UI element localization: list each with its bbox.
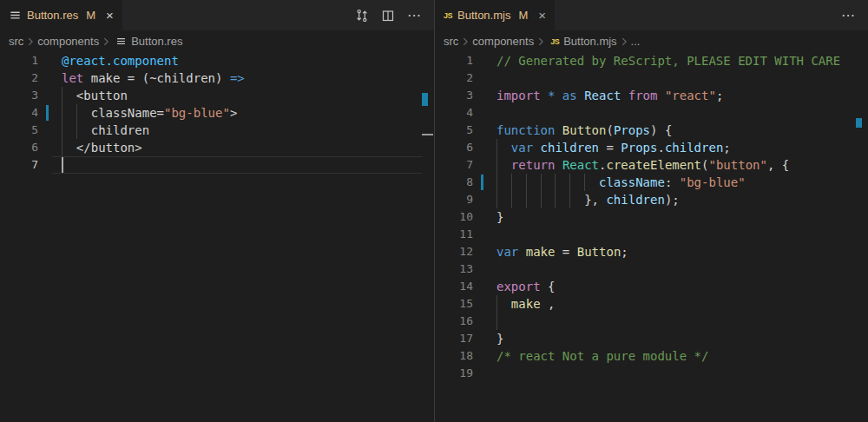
code-content[interactable] bbox=[496, 313, 868, 330]
editor-gutter[interactable]: 9 bbox=[435, 191, 496, 208]
code-content[interactable]: /* react Not a pure module */ bbox=[496, 347, 868, 365]
editor-gutter[interactable]: 10 bbox=[435, 208, 496, 226]
code-content[interactable]: } bbox=[496, 208, 868, 226]
line-number[interactable]: 2 bbox=[31, 69, 38, 87]
editor-gutter[interactable]: 11 bbox=[435, 226, 496, 243]
code-line[interactable]: 7 return React.createElement("button", { bbox=[435, 156, 868, 174]
editor-gutter[interactable]: 7 bbox=[0, 156, 62, 174]
line-number[interactable]: 7 bbox=[31, 156, 38, 174]
editor-gutter[interactable]: 19 bbox=[435, 365, 496, 382]
code-content[interactable] bbox=[62, 156, 434, 174]
editor-gutter[interactable]: 6 bbox=[0, 139, 62, 156]
code-line[interactable]: 8 className: "bg-blue" bbox=[435, 174, 868, 191]
code-line[interactable]: 2 bbox=[435, 69, 868, 87]
code-line[interactable]: 5 children bbox=[0, 122, 434, 139]
tab-button-res[interactable]: Button.res M × bbox=[0, 0, 122, 30]
breadcrumb-item-file[interactable]: Button.mjs bbox=[563, 35, 616, 48]
breadcrumb-item-src[interactable]: src bbox=[9, 35, 23, 48]
code-content[interactable]: export { bbox=[496, 278, 868, 295]
breadcrumb-item-symbol-more[interactable]: ... bbox=[631, 35, 641, 48]
code-line[interactable]: 14export { bbox=[435, 278, 868, 295]
code-line[interactable]: 3import * as React from "react"; bbox=[435, 87, 868, 104]
code-content[interactable]: function Button(Props) { bbox=[496, 122, 868, 139]
line-number[interactable]: 5 bbox=[31, 122, 38, 139]
line-number[interactable]: 11 bbox=[459, 226, 473, 243]
code-line[interactable]: 13 bbox=[435, 260, 868, 278]
line-number[interactable]: 19 bbox=[459, 365, 473, 382]
line-number[interactable]: 18 bbox=[459, 347, 473, 365]
code-line[interactable]: 16 bbox=[435, 313, 868, 330]
line-number[interactable]: 2 bbox=[466, 69, 473, 87]
code-line[interactable]: 11 bbox=[435, 226, 868, 243]
code-line[interactable]: 5function Button(Props) { bbox=[435, 122, 868, 139]
editor-gutter[interactable]: 5 bbox=[0, 122, 62, 139]
line-number[interactable]: 4 bbox=[466, 104, 473, 122]
code-line[interactable]: 1@react.component bbox=[0, 52, 434, 69]
editor-gutter[interactable]: 5 bbox=[435, 122, 496, 139]
breadcrumb-item-components[interactable]: components bbox=[472, 35, 534, 48]
code-content[interactable]: import * as React from "react"; bbox=[496, 87, 868, 104]
more-actions-button[interactable]: ⋯ bbox=[407, 9, 422, 23]
code-line[interactable]: 10} bbox=[435, 208, 868, 226]
line-number[interactable]: 15 bbox=[459, 295, 473, 313]
code-line[interactable]: 17} bbox=[435, 330, 868, 347]
code-line[interactable]: 3 <button bbox=[0, 87, 434, 104]
code-line[interactable]: 2let make = (~children) => bbox=[0, 69, 434, 87]
line-number[interactable]: 6 bbox=[31, 139, 38, 156]
line-number[interactable]: 8 bbox=[466, 174, 473, 191]
line-number[interactable]: 16 bbox=[459, 313, 473, 330]
code-content[interactable]: children bbox=[62, 122, 434, 139]
line-number[interactable]: 3 bbox=[466, 87, 473, 104]
code-content[interactable]: var children = Props.children; bbox=[496, 139, 868, 156]
code-content[interactable]: let make = (~children) => bbox=[62, 69, 434, 87]
code-line[interactable]: 1// Generated by ReScript, PLEASE EDIT W… bbox=[435, 52, 868, 69]
code-content[interactable] bbox=[496, 69, 868, 87]
line-number[interactable]: 12 bbox=[459, 243, 473, 260]
overview-ruler[interactable] bbox=[856, 52, 867, 422]
overview-ruler[interactable] bbox=[422, 52, 433, 422]
editor-gutter[interactable]: 4 bbox=[435, 104, 496, 122]
code-line[interactable]: 7 bbox=[0, 156, 434, 174]
editor-gutter[interactable]: 1 bbox=[0, 52, 62, 69]
open-changes-button[interactable] bbox=[355, 9, 369, 23]
line-number[interactable]: 9 bbox=[466, 191, 473, 208]
close-icon[interactable]: × bbox=[538, 9, 546, 22]
line-number[interactable]: 1 bbox=[31, 52, 38, 69]
editor-gutter[interactable]: 6 bbox=[435, 139, 496, 156]
breadcrumb-item-components[interactable]: components bbox=[37, 35, 99, 48]
code-line[interactable]: 18/* react Not a pure module */ bbox=[435, 347, 868, 365]
editor-gutter[interactable]: 18 bbox=[435, 347, 496, 365]
code-content[interactable]: } bbox=[496, 330, 868, 347]
line-number[interactable]: 6 bbox=[466, 139, 473, 156]
code-line[interactable]: 6 var children = Props.children; bbox=[435, 139, 868, 156]
code-content[interactable] bbox=[496, 104, 868, 122]
code-content[interactable]: // Generated by ReScript, PLEASE EDIT WI… bbox=[496, 52, 868, 69]
code-content[interactable]: return React.createElement("button", { bbox=[496, 156, 868, 174]
tab-button-mjs[interactable]: JS Button.mjs M × bbox=[435, 0, 555, 30]
code-content[interactable]: <button bbox=[62, 87, 434, 104]
editor-gutter[interactable]: 17 bbox=[435, 330, 496, 347]
line-number[interactable]: 3 bbox=[31, 87, 38, 104]
code-content[interactable]: @react.component bbox=[62, 52, 434, 69]
line-number[interactable]: 4 bbox=[31, 104, 38, 122]
editor-gutter[interactable]: 3 bbox=[0, 87, 62, 104]
editor-gutter[interactable]: 12 bbox=[435, 243, 496, 260]
close-icon[interactable]: × bbox=[106, 9, 114, 22]
code-editor-button-mjs[interactable]: 1// Generated by ReScript, PLEASE EDIT W… bbox=[435, 52, 868, 422]
editor-gutter[interactable]: 8 bbox=[435, 174, 496, 191]
code-editor-button-res[interactable]: 1@react.component2let make = (~children)… bbox=[0, 52, 434, 422]
code-content[interactable] bbox=[496, 365, 868, 382]
more-actions-button[interactable]: ⋯ bbox=[841, 9, 856, 23]
code-content[interactable]: className: "bg-blue" bbox=[496, 174, 868, 191]
line-number[interactable]: 7 bbox=[466, 156, 473, 174]
code-content[interactable]: var make = Button; bbox=[496, 243, 868, 260]
code-content[interactable] bbox=[496, 260, 868, 278]
code-content[interactable] bbox=[496, 226, 868, 243]
editor-gutter[interactable]: 2 bbox=[435, 69, 496, 87]
code-content[interactable]: </button> bbox=[62, 139, 434, 156]
line-number[interactable]: 14 bbox=[459, 278, 473, 295]
editor-gutter[interactable]: 7 bbox=[435, 156, 496, 174]
editor-gutter[interactable]: 13 bbox=[435, 260, 496, 278]
split-editor-button[interactable] bbox=[381, 9, 395, 23]
code-line[interactable]: 12var make = Button; bbox=[435, 243, 868, 260]
